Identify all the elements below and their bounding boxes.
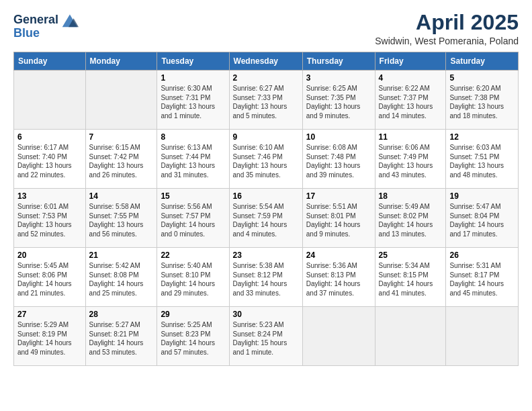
day-info: Sunrise: 5:47 AM Sunset: 8:04 PM Dayligh… bbox=[449, 202, 515, 238]
calendar-cell: 9Sunrise: 6:10 AM Sunset: 7:46 PM Daylig… bbox=[229, 130, 302, 189]
day-info: Sunrise: 6:15 AM Sunset: 7:42 PM Dayligh… bbox=[89, 143, 154, 179]
calendar-cell: 28Sunrise: 5:27 AM Sunset: 8:21 PM Dayli… bbox=[85, 307, 157, 366]
day-info: Sunrise: 5:49 AM Sunset: 8:02 PM Dayligh… bbox=[379, 202, 443, 238]
day-number: 13 bbox=[17, 191, 82, 201]
day-info: Sunrise: 6:08 AM Sunset: 7:48 PM Dayligh… bbox=[306, 143, 371, 179]
calendar-cell: 10Sunrise: 6:08 AM Sunset: 7:48 PM Dayli… bbox=[302, 130, 375, 189]
day-number: 1 bbox=[161, 73, 225, 83]
day-number: 26 bbox=[449, 250, 515, 260]
calendar-cell: 21Sunrise: 5:42 AM Sunset: 8:08 PM Dayli… bbox=[85, 248, 157, 307]
day-info: Sunrise: 6:20 AM Sunset: 7:38 PM Dayligh… bbox=[449, 84, 515, 120]
day-number: 7 bbox=[89, 132, 154, 142]
calendar-cell: 27Sunrise: 5:29 AM Sunset: 8:19 PM Dayli… bbox=[14, 307, 86, 366]
calendar-week-row: 13Sunrise: 6:01 AM Sunset: 7:53 PM Dayli… bbox=[14, 189, 519, 248]
day-number: 14 bbox=[89, 191, 154, 201]
day-info: Sunrise: 6:03 AM Sunset: 7:51 PM Dayligh… bbox=[449, 143, 515, 179]
day-number: 23 bbox=[233, 250, 299, 260]
day-info: Sunrise: 6:13 AM Sunset: 7:44 PM Dayligh… bbox=[161, 143, 225, 179]
day-info: Sunrise: 6:30 AM Sunset: 7:31 PM Dayligh… bbox=[161, 84, 225, 120]
logo-icon bbox=[60, 11, 79, 30]
day-number: 12 bbox=[449, 132, 515, 142]
day-info: Sunrise: 5:27 AM Sunset: 8:21 PM Dayligh… bbox=[89, 320, 154, 357]
calendar-week-row: 1Sunrise: 6:30 AM Sunset: 7:31 PM Daylig… bbox=[14, 71, 519, 130]
calendar-table: SundayMondayTuesdayWednesdayThursdayFrid… bbox=[13, 52, 519, 366]
day-info: Sunrise: 5:38 AM Sunset: 8:12 PM Dayligh… bbox=[233, 261, 299, 298]
calendar-cell: 23Sunrise: 5:38 AM Sunset: 8:12 PM Dayli… bbox=[229, 248, 302, 307]
day-number: 19 bbox=[449, 191, 515, 201]
day-number: 22 bbox=[161, 250, 225, 260]
calendar-cell: 5Sunrise: 6:20 AM Sunset: 7:38 PM Daylig… bbox=[446, 71, 519, 130]
subtitle: Swidwin, West Pomerania, Poland bbox=[375, 36, 519, 46]
day-info: Sunrise: 6:27 AM Sunset: 7:33 PM Dayligh… bbox=[233, 84, 299, 120]
day-number: 27 bbox=[17, 310, 82, 319]
page-header: General Blue April 2025 Swidwin, West Po… bbox=[13, 11, 519, 46]
day-number: 11 bbox=[379, 132, 443, 142]
logo-blue: Blue bbox=[13, 27, 40, 40]
calendar-cell: 24Sunrise: 5:36 AM Sunset: 8:13 PM Dayli… bbox=[302, 248, 375, 307]
day-number: 5 bbox=[449, 73, 515, 83]
calendar-week-row: 6Sunrise: 6:17 AM Sunset: 7:40 PM Daylig… bbox=[14, 130, 519, 189]
calendar-cell: 22Sunrise: 5:40 AM Sunset: 8:10 PM Dayli… bbox=[157, 248, 229, 307]
day-number: 2 bbox=[233, 73, 299, 83]
day-number: 29 bbox=[161, 310, 225, 319]
day-info: Sunrise: 6:01 AM Sunset: 7:53 PM Dayligh… bbox=[17, 202, 82, 238]
calendar-cell: 2Sunrise: 6:27 AM Sunset: 7:33 PM Daylig… bbox=[229, 71, 302, 130]
day-info: Sunrise: 5:36 AM Sunset: 8:13 PM Dayligh… bbox=[306, 261, 371, 298]
calendar-cell: 25Sunrise: 5:34 AM Sunset: 8:15 PM Dayli… bbox=[375, 248, 446, 307]
day-info: Sunrise: 5:23 AM Sunset: 8:24 PM Dayligh… bbox=[233, 320, 299, 357]
day-number: 9 bbox=[233, 132, 299, 142]
day-info: Sunrise: 5:40 AM Sunset: 8:10 PM Dayligh… bbox=[161, 261, 225, 298]
weekday-header-monday: Monday bbox=[85, 52, 157, 71]
weekday-header-friday: Friday bbox=[375, 52, 446, 71]
day-info: Sunrise: 6:25 AM Sunset: 7:35 PM Dayligh… bbox=[306, 84, 371, 120]
day-number: 8 bbox=[161, 132, 225, 142]
day-number: 4 bbox=[379, 73, 443, 83]
calendar-cell: 4Sunrise: 6:22 AM Sunset: 7:37 PM Daylig… bbox=[375, 71, 446, 130]
calendar-cell: 8Sunrise: 6:13 AM Sunset: 7:44 PM Daylig… bbox=[157, 130, 229, 189]
calendar-cell bbox=[375, 307, 446, 366]
day-info: Sunrise: 6:10 AM Sunset: 7:46 PM Dayligh… bbox=[233, 143, 299, 179]
calendar-cell: 15Sunrise: 5:56 AM Sunset: 7:57 PM Dayli… bbox=[157, 189, 229, 248]
main-title: April 2025 bbox=[375, 11, 519, 34]
day-info: Sunrise: 5:51 AM Sunset: 8:01 PM Dayligh… bbox=[306, 202, 371, 238]
calendar-cell: 14Sunrise: 5:58 AM Sunset: 7:55 PM Dayli… bbox=[85, 189, 157, 248]
day-info: Sunrise: 5:58 AM Sunset: 7:55 PM Dayligh… bbox=[89, 202, 154, 238]
weekday-header-sunday: Sunday bbox=[14, 52, 86, 71]
calendar-week-row: 20Sunrise: 5:45 AM Sunset: 8:06 PM Dayli… bbox=[14, 248, 519, 307]
day-number: 25 bbox=[379, 250, 443, 260]
weekday-header-thursday: Thursday bbox=[302, 52, 375, 71]
calendar-cell: 20Sunrise: 5:45 AM Sunset: 8:06 PM Dayli… bbox=[14, 248, 86, 307]
calendar-cell: 29Sunrise: 5:25 AM Sunset: 8:23 PM Dayli… bbox=[157, 307, 229, 366]
day-info: Sunrise: 5:25 AM Sunset: 8:23 PM Dayligh… bbox=[161, 320, 225, 357]
calendar-cell: 16Sunrise: 5:54 AM Sunset: 7:59 PM Dayli… bbox=[229, 189, 302, 248]
day-number: 30 bbox=[233, 310, 299, 319]
day-info: Sunrise: 5:56 AM Sunset: 7:57 PM Dayligh… bbox=[161, 202, 225, 238]
day-number: 15 bbox=[161, 191, 225, 201]
weekday-header-saturday: Saturday bbox=[446, 52, 519, 71]
day-number: 20 bbox=[17, 250, 82, 260]
calendar-cell: 17Sunrise: 5:51 AM Sunset: 8:01 PM Dayli… bbox=[302, 189, 375, 248]
calendar-cell: 6Sunrise: 6:17 AM Sunset: 7:40 PM Daylig… bbox=[14, 130, 86, 189]
calendar-cell: 26Sunrise: 5:31 AM Sunset: 8:17 PM Dayli… bbox=[446, 248, 519, 307]
day-info: Sunrise: 6:17 AM Sunset: 7:40 PM Dayligh… bbox=[17, 143, 82, 179]
calendar-cell: 12Sunrise: 6:03 AM Sunset: 7:51 PM Dayli… bbox=[446, 130, 519, 189]
calendar-cell: 1Sunrise: 6:30 AM Sunset: 7:31 PM Daylig… bbox=[157, 71, 229, 130]
calendar-cell: 18Sunrise: 5:49 AM Sunset: 8:02 PM Dayli… bbox=[375, 189, 446, 248]
calendar-cell bbox=[302, 307, 375, 366]
day-info: Sunrise: 5:54 AM Sunset: 7:59 PM Dayligh… bbox=[233, 202, 299, 238]
day-info: Sunrise: 5:42 AM Sunset: 8:08 PM Dayligh… bbox=[89, 261, 154, 298]
day-number: 17 bbox=[306, 191, 371, 201]
weekday-header-row: SundayMondayTuesdayWednesdayThursdayFrid… bbox=[14, 52, 519, 71]
day-number: 21 bbox=[89, 250, 154, 260]
day-number: 18 bbox=[379, 191, 443, 201]
day-number: 16 bbox=[233, 191, 299, 201]
title-area: April 2025 Swidwin, West Pomerania, Pola… bbox=[375, 11, 519, 46]
day-info: Sunrise: 5:29 AM Sunset: 8:19 PM Dayligh… bbox=[17, 320, 82, 357]
calendar-cell bbox=[14, 71, 86, 130]
day-number: 28 bbox=[89, 310, 154, 319]
day-info: Sunrise: 5:34 AM Sunset: 8:15 PM Dayligh… bbox=[379, 261, 443, 298]
calendar-cell bbox=[85, 71, 157, 130]
day-info: Sunrise: 6:06 AM Sunset: 7:49 PM Dayligh… bbox=[379, 143, 443, 179]
day-number: 10 bbox=[306, 132, 371, 142]
calendar-cell: 19Sunrise: 5:47 AM Sunset: 8:04 PM Dayli… bbox=[446, 189, 519, 248]
